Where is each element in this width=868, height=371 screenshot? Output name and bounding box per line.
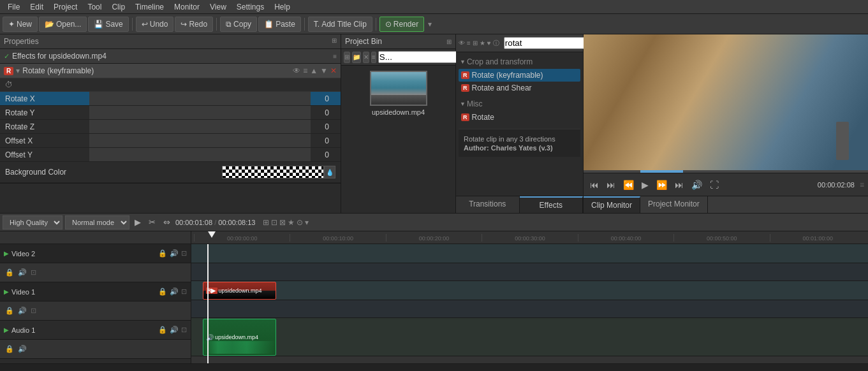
info-icon[interactable]: ⓘ [493, 39, 499, 48]
open-button[interactable]: 📂 Open... [39, 17, 87, 32]
close-icon[interactable]: ✕ [330, 66, 337, 75]
tl-icon-6[interactable]: ▾ [305, 218, 309, 227]
param-rotate-z[interactable]: Rotate Z 0 [0, 120, 341, 134]
param-rotate-y[interactable]: Rotate Y 0 [0, 106, 341, 120]
fast-forward-button[interactable]: ⏩ [654, 178, 670, 191]
lock-icon[interactable]: 🔒 [158, 326, 167, 334]
volume-button[interactable]: 🔊 [689, 178, 705, 191]
menu-monitor[interactable]: Monitor [169, 1, 205, 13]
audio-clip-block[interactable]: 🔊 upsidedown.mp4 [203, 319, 276, 356]
param-offset-x[interactable]: Offset X 0 [0, 134, 341, 148]
undo-button[interactable]: ↩ Undo [136, 17, 174, 32]
track-enabled-icon[interactable]: ▶ [4, 326, 9, 333]
play-timeline-button[interactable]: ▶ [132, 216, 143, 228]
effects-header-menu-icon[interactable]: ≡ [333, 53, 337, 60]
bin-delete-btn[interactable]: ✕ [363, 52, 369, 63]
effect-rotate[interactable]: R Rotate [459, 111, 580, 124]
rewind-button[interactable]: ⏪ [621, 178, 636, 191]
eyedropper-button[interactable]: 💧 [324, 166, 335, 178]
timeline: High Quality Normal mode ▶ ✂ ⇔ 00:00:01:… [0, 213, 868, 371]
menu-view[interactable]: View [205, 1, 232, 13]
playhead[interactable] [207, 244, 209, 363]
redo-button[interactable]: ↪ Redo [175, 17, 213, 32]
lock-icon[interactable]: 🔒 [158, 249, 167, 258]
param-bar-offset-y[interactable] [89, 148, 311, 161]
lock2-icon[interactable]: 🔒 [5, 345, 14, 353]
param-offset-y[interactable]: Offset Y 0 [0, 148, 341, 162]
quality-dropdown[interactable]: High Quality [3, 215, 63, 229]
mute2-icon[interactable]: 🔊 [18, 268, 27, 277]
lock2-icon[interactable]: 🔒 [5, 307, 14, 315]
menu-clip[interactable]: Clip [107, 1, 130, 13]
add-title-button[interactable]: T. Add Title Clip [308, 17, 372, 32]
menu-icon[interactable]: ≡ [303, 66, 307, 75]
collapse-icon[interactable]: ⊡ [181, 326, 187, 334]
effect-rotate-keyframable[interactable]: R Rotate (keyframable) [459, 69, 580, 82]
video-clip-block[interactable]: R▶ upsidedown.mp4 [203, 282, 276, 300]
save-button[interactable]: 💾 Save [88, 17, 128, 32]
chevron-down-icon[interactable]: ▼ [320, 66, 328, 75]
param-rotate-x[interactable]: Rotate X 0 [0, 92, 341, 106]
track-icons: 🔒 🔊 ⊡ [158, 287, 187, 296]
bin-menu-btn[interactable]: ≡ [371, 52, 376, 63]
timer-icon[interactable]: ⏱ [5, 80, 13, 89]
copy-button[interactable]: ⧉ Copy [220, 17, 257, 32]
menu-file[interactable]: File [3, 1, 25, 13]
menu-project[interactable]: Project [48, 1, 82, 13]
cut-button[interactable]: ✂ [146, 216, 158, 228]
mute-icon[interactable]: 🔊 [170, 287, 179, 296]
mute2-icon[interactable]: 🔊 [18, 345, 27, 353]
param-bar-rotate-z[interactable] [89, 120, 311, 133]
bg-color-swatch[interactable] [222, 166, 324, 178]
effect-rotate-shear[interactable]: R Rotate and Shear [459, 82, 580, 94]
collapse2-icon[interactable]: ⊡ [31, 307, 36, 315]
menu-tool[interactable]: Tool [82, 1, 107, 13]
tl-icon-5[interactable]: ⊙ [297, 218, 303, 227]
bin-view-btn[interactable]: ⊞ [344, 52, 350, 63]
tl-icon-4[interactable]: ★ [288, 218, 295, 227]
render-dropdown-icon[interactable]: ▾ [428, 20, 432, 29]
collapse-icon[interactable]: ⊡ [181, 287, 187, 296]
tab-transitions[interactable]: Transitions [456, 196, 520, 213]
ripple-button[interactable]: ⇔ [161, 216, 173, 228]
tab-project-monitor[interactable]: Project Monitor [640, 196, 708, 213]
param-bar-offset-x[interactable] [89, 134, 311, 147]
play-button[interactable]: ▶ [639, 178, 651, 191]
clip-thumbnail[interactable] [370, 71, 427, 106]
mute-icon[interactable]: 🔊 [170, 249, 179, 258]
render-button[interactable]: ⊙ Render [379, 17, 424, 32]
collapse-icon[interactable]: ⊡ [181, 249, 187, 258]
mute2-icon[interactable]: 🔊 [18, 307, 27, 315]
tl-icon-2[interactable]: ⊡ [271, 218, 277, 227]
chevron-up-icon[interactable]: ▲ [310, 66, 318, 75]
param-bar-rotate-x[interactable] [89, 92, 311, 105]
title-icon: T. [314, 20, 320, 29]
eye-icon[interactable]: 👁 [293, 66, 300, 75]
go-next-button[interactable]: ⏭ [672, 178, 686, 191]
project-bin-panel: Project Bin ⊞ ⊞ 📁 ✕ ≡ upsidedown.mp4 [341, 34, 456, 213]
lock-icon[interactable]: 🔒 [158, 287, 167, 296]
lock2-icon[interactable]: 🔒 [5, 268, 14, 277]
menu-help[interactable]: Help [269, 1, 295, 13]
menu-timeline[interactable]: Timeline [130, 1, 169, 13]
track-enabled-icon[interactable]: ▶ [4, 250, 9, 257]
tab-clip-monitor[interactable]: Clip Monitor [584, 196, 640, 213]
menu-settings[interactable]: Settings [232, 1, 269, 13]
fullscreen-button[interactable]: ⛶ [707, 178, 721, 191]
go-prev-button[interactable]: ⏭ [604, 178, 618, 191]
mode-dropdown[interactable]: Normal mode [65, 215, 129, 229]
tl-icon-3[interactable]: ⊠ [279, 218, 286, 227]
bin-folder-btn[interactable]: 📁 [352, 52, 361, 63]
timeline-scrollbar[interactable] [0, 363, 868, 371]
new-button[interactable]: ✦ New [3, 17, 38, 32]
go-start-button[interactable]: ⏮ [587, 178, 601, 191]
paste-button[interactable]: 📋 Paste [258, 17, 301, 32]
track-enabled-icon[interactable]: ▶ [4, 288, 9, 295]
tl-icon-1[interactable]: ⊞ [263, 218, 269, 227]
menu-edit[interactable]: Edit [25, 1, 48, 13]
mute-icon[interactable]: 🔊 [170, 326, 179, 334]
expand-icon[interactable]: ▾ [16, 66, 20, 75]
collapse2-icon[interactable]: ⊡ [31, 268, 36, 277]
param-bar-rotate-y[interactable] [89, 106, 311, 119]
tab-effects[interactable]: Effects [520, 196, 584, 213]
